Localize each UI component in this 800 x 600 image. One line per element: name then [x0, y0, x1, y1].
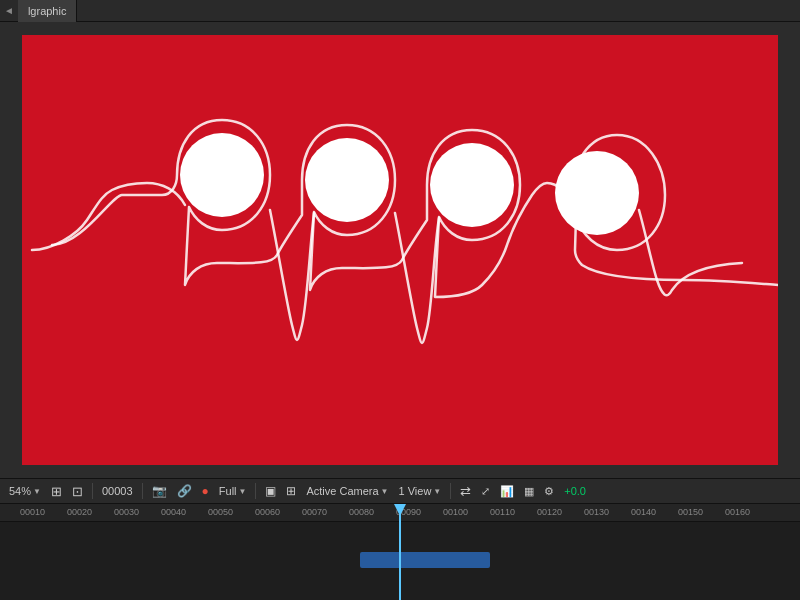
ruler-label-00050: 00050 [208, 507, 233, 517]
ruler-label-00010: 00010 [20, 507, 45, 517]
zoom-value: 54% [9, 485, 31, 497]
expand-icon: ⤢ [481, 485, 490, 498]
ruler-label-00040: 00040 [161, 507, 186, 517]
ruler-label-00150: 00150 [678, 507, 703, 517]
color-icon: ● [202, 484, 209, 498]
view-dropdown[interactable]: 1 View ▼ [396, 485, 445, 497]
zoom-arrow: ▼ [33, 487, 41, 496]
tab-bar: ◄ lgraphic [0, 0, 800, 22]
ruler-label-00080: 00080 [349, 507, 374, 517]
lgraphic-tab[interactable]: lgraphic [18, 0, 78, 22]
quality-arrow: ▼ [239, 487, 247, 496]
preview-canvas [22, 35, 778, 465]
camera-dropdown-arrow: ▼ [381, 487, 389, 496]
gear-icon: ⚙ [544, 485, 554, 498]
sep1 [92, 483, 93, 499]
bars-icon: ▦ [524, 485, 534, 498]
view-arrow: ▼ [433, 487, 441, 496]
chart-btn[interactable]: 📊 [497, 485, 517, 498]
quality-control[interactable]: Full ▼ [216, 485, 250, 497]
timeline-track[interactable] [0, 522, 800, 600]
circle-4 [555, 151, 639, 235]
timeline-bar [360, 552, 490, 568]
region-icon: ▣ [265, 484, 276, 498]
swap-btn[interactable]: ⇄ [457, 484, 474, 499]
region-btn[interactable]: ▣ [262, 484, 279, 498]
timeline-area[interactable]: 0001000020000300004000050000600007000080… [0, 504, 800, 600]
safe-zones-icon: ⊡ [72, 484, 83, 499]
safe-zones-btn[interactable]: ⊡ [69, 484, 86, 499]
quality-value: Full [219, 485, 237, 497]
camera-icon: 📷 [152, 484, 167, 498]
playhead[interactable] [399, 504, 401, 600]
ruler-label-00130: 00130 [584, 507, 609, 517]
tab-label: lgraphic [28, 5, 67, 17]
fit-icon: ⊞ [51, 484, 62, 499]
bars-btn[interactable]: ▦ [521, 485, 537, 498]
view-label: 1 View [399, 485, 432, 497]
camera-label: Active Camera [306, 485, 378, 497]
zoom-control[interactable]: 54% ▼ [6, 485, 44, 497]
value-label: +0.0 [564, 485, 586, 497]
preview-area [0, 22, 800, 478]
ruler-label-00030: 00030 [114, 507, 139, 517]
ruler-label-00160: 00160 [725, 507, 750, 517]
back-arrow[interactable]: ◄ [4, 5, 14, 16]
color-btn[interactable]: ● [199, 484, 212, 498]
sep3 [255, 483, 256, 499]
expand-btn[interactable]: ⤢ [478, 485, 493, 498]
grid-btn[interactable]: ⊞ [283, 484, 299, 498]
ruler-label-00100: 00100 [443, 507, 468, 517]
ruler-label-00070: 00070 [302, 507, 327, 517]
timecode-value: 00003 [102, 485, 133, 497]
circle-2 [305, 138, 389, 222]
camera-icon-btn[interactable]: 📷 [149, 484, 170, 498]
ruler-label-00140: 00140 [631, 507, 656, 517]
sep4 [450, 483, 451, 499]
ruler-label-00110: 00110 [490, 507, 515, 517]
fit-view-btn[interactable]: ⊞ [48, 484, 65, 499]
ruler-label-00020: 00020 [67, 507, 92, 517]
grid-icon: ⊞ [286, 484, 296, 498]
swap-icon: ⇄ [460, 484, 471, 499]
bottom-toolbar: 54% ▼ ⊞ ⊡ 00003 📷 🔗 ● Full ▼ ▣ ⊞ Active … [0, 478, 800, 504]
ruler-label-00060: 00060 [255, 507, 280, 517]
chart-icon: 📊 [500, 485, 514, 498]
value-display: +0.0 [561, 485, 589, 497]
ruler-label-00120: 00120 [537, 507, 562, 517]
logo-svg [22, 35, 778, 465]
chain-icon: 🔗 [177, 484, 192, 498]
timecode-display[interactable]: 00003 [99, 485, 136, 497]
camera-dropdown[interactable]: Active Camera ▼ [303, 485, 391, 497]
sep2 [142, 483, 143, 499]
circle-3 [430, 143, 514, 227]
gear-btn[interactable]: ⚙ [541, 485, 557, 498]
circle-1 [180, 133, 264, 217]
chain-btn[interactable]: 🔗 [174, 484, 195, 498]
